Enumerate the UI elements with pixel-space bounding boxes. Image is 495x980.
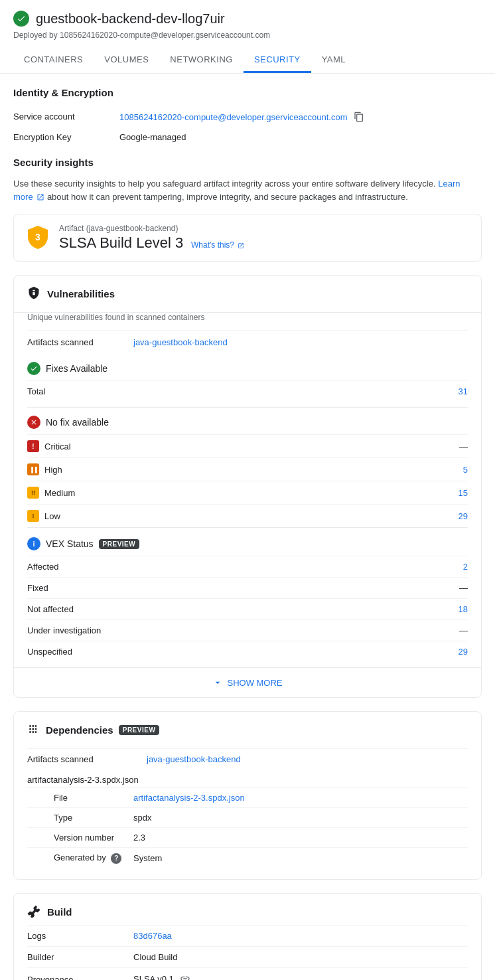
under-investigation-value: —: [459, 625, 468, 635]
slsa-shield-icon: 3: [25, 224, 51, 250]
artifacts-scanned-link[interactable]: java-guestbook-backend: [133, 337, 228, 347]
success-icon: [13, 11, 29, 27]
not-affected-row: Not affected 18: [27, 598, 468, 619]
build-header: Build: [14, 894, 481, 925]
insights-description: Use these security insights to help you …: [13, 177, 482, 203]
slsa-info: Artifact (java-guestbook-backend) SLSA B…: [59, 224, 470, 252]
fixed-label: Fixed: [27, 583, 459, 593]
insights-description-2: about how it can prevent tampering, impr…: [47, 192, 408, 202]
slsa-level: SLSA Build Level 3: [59, 234, 183, 251]
high-severity-icon: ▐▐: [27, 463, 39, 475]
fixes-available-header: Fixes Available: [27, 354, 468, 380]
total-row: Total 31: [27, 380, 468, 402]
medium-label: !! Medium: [27, 487, 459, 499]
slsa-card: 3 Artifact (java-guestbook-backend) SLSA…: [13, 214, 482, 262]
dependencies-panel: Dependencies PREVIEW Artifacts scanned j…: [13, 711, 482, 880]
dep-version-label: Version number: [27, 828, 133, 848]
copy-icon[interactable]: [354, 112, 364, 124]
encryption-key-value: Google-managed: [119, 128, 482, 146]
tab-volumes[interactable]: VOLUMES: [94, 48, 159, 73]
fixed-value: —: [459, 583, 468, 593]
build-provenance-row: Provenance SLSA v0.1: [27, 967, 468, 980]
vex-title: VEX Status: [46, 538, 94, 549]
build-details-table: Logs 83d676aa Builder Cloud Build Proven…: [27, 925, 468, 981]
vulnerabilities-panel-header: Vulnerabilities: [14, 276, 481, 313]
vex-info-icon: i: [27, 537, 40, 550]
service-account-link[interactable]: 1085624162020-compute@developer.gservice…: [119, 112, 347, 122]
main-content: Identity & Encryption Service account 10…: [0, 74, 495, 980]
build-logs-link[interactable]: 83d676aa: [133, 931, 172, 941]
build-wrench-icon: [27, 904, 40, 920]
build-provenance-value: SLSA v0.1: [133, 967, 468, 980]
encryption-key-label: Encryption Key: [13, 128, 119, 146]
total-label: Total: [27, 386, 459, 396]
security-insights-title: Security insights: [13, 157, 482, 168]
show-more-label: SHOW MORE: [227, 678, 282, 688]
dep-generated-label: Generated by ?: [27, 848, 133, 868]
service-account-value: 1085624162020-compute@developer.gservice…: [119, 108, 482, 128]
tab-security[interactable]: SECURITY: [244, 48, 311, 73]
under-investigation-label: Under investigation: [27, 625, 459, 635]
low-label: ! Low: [27, 510, 459, 522]
low-severity-icon: !: [27, 510, 39, 522]
affected-row: Affected 2: [27, 556, 468, 577]
unspecified-row: Unspecified 29: [27, 641, 468, 662]
build-logs-value: 83d676aa: [133, 925, 468, 946]
build-body: Logs 83d676aa Builder Cloud Build Proven…: [14, 925, 481, 981]
vex-status-header: i VEX Status PREVIEW: [27, 527, 468, 556]
build-builder-value: Cloud Build: [133, 946, 468, 967]
total-value[interactable]: 31: [459, 386, 468, 396]
low-row: ! Low 29: [27, 504, 468, 527]
dep-artifacts-row: Artifacts scanned java-guestbook-backend: [27, 748, 468, 770]
vulnerabilities-body: Artifacts scanned java-guestbook-backend…: [14, 330, 481, 662]
no-fix-header: No fix available: [27, 407, 468, 434]
critical-severity-icon: !: [27, 440, 39, 452]
vulnerabilities-panel: Vulnerabilities Unique vulnerabilities f…: [13, 275, 482, 698]
artifacts-scanned-label: Artifacts scanned: [27, 337, 133, 347]
dependencies-body: Artifacts scanned java-guestbook-backend…: [14, 748, 481, 879]
dep-file-value: artifactanalysis-2-3.spdx.json: [133, 788, 468, 808]
affected-value[interactable]: 2: [463, 562, 468, 572]
tabs-bar: CONTAINERS VOLUMES NETWORKING SECURITY Y…: [13, 48, 482, 73]
build-logs-label: Logs: [27, 925, 133, 946]
critical-row: ! Critical —: [27, 434, 468, 457]
build-logs-row: Logs 83d676aa: [27, 925, 468, 946]
high-label: ▐▐ High: [27, 463, 463, 475]
dep-type-row: Type spdx: [27, 808, 468, 828]
dep-generated-value: System: [133, 848, 468, 868]
no-fix-title: No fix available: [46, 417, 109, 428]
fixes-available-title: Fixes Available: [46, 363, 107, 374]
low-value[interactable]: 29: [459, 511, 468, 521]
whats-this-link[interactable]: What's this?: [191, 240, 244, 250]
unspecified-label: Unspecified: [27, 647, 459, 657]
dep-file-link[interactable]: artifactanalysis-2-3.spdx.json: [133, 793, 245, 803]
dep-artifacts-link[interactable]: java-guestbook-backend: [147, 754, 241, 764]
vulnerabilities-subtitle: Unique vulnerabilities found in scanned …: [14, 313, 481, 330]
dep-version-value: 2.3: [133, 828, 468, 848]
dep-file-group-label: artifactanalysis-2-3.spdx.json: [27, 770, 468, 787]
medium-value[interactable]: 15: [459, 488, 468, 498]
unspecified-value[interactable]: 29: [459, 647, 468, 657]
tab-networking[interactable]: NETWORKING: [159, 48, 244, 73]
fixes-available-icon: [27, 362, 40, 375]
generated-by-info-icon[interactable]: ?: [111, 853, 121, 864]
not-affected-label: Not affected: [27, 604, 459, 614]
critical-label: ! Critical: [27, 440, 459, 452]
provenance-chain-icon[interactable]: [180, 973, 190, 981]
no-fix-icon: [27, 416, 40, 429]
build-provenance-label: Provenance: [27, 967, 133, 980]
svg-text:3: 3: [35, 232, 40, 242]
high-value[interactable]: 5: [463, 465, 468, 475]
vulnerabilities-shield-icon: [27, 286, 40, 301]
tab-yaml[interactable]: YAML: [311, 48, 356, 73]
dep-generated-row: Generated by ? System: [27, 848, 468, 868]
dep-artifacts-label: Artifacts scanned: [27, 754, 147, 764]
show-more-button[interactable]: SHOW MORE: [14, 667, 481, 697]
dep-file-label: File: [27, 788, 133, 808]
not-affected-value[interactable]: 18: [459, 604, 468, 614]
under-investigation-row: Under investigation —: [27, 619, 468, 641]
tab-containers[interactable]: CONTAINERS: [13, 48, 94, 73]
page-title: guestbook-backend-dev-llog7uir: [36, 11, 225, 27]
dep-version-row: Version number 2.3: [27, 828, 468, 848]
page-header: guestbook-backend-dev-llog7uir Deployed …: [0, 0, 495, 74]
